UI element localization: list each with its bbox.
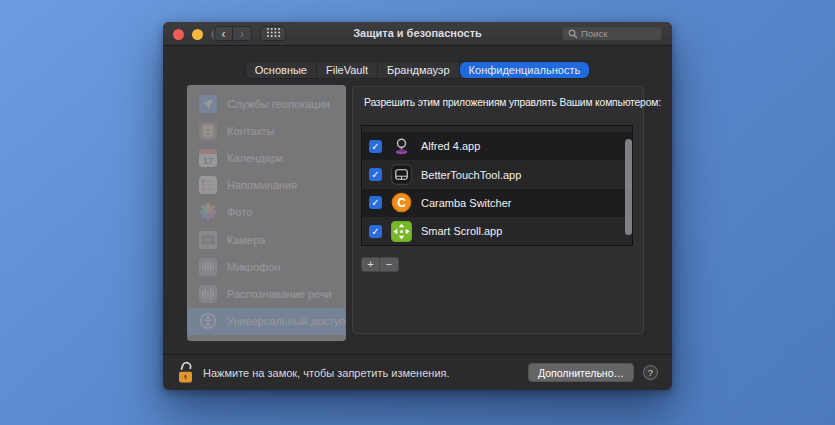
desktop-background: ‹ › Защита и безопасность xyxy=(0,0,835,425)
sidebar-item-label: Службы геолокации xyxy=(227,98,330,110)
sidebar-item-location-services[interactable]: Службы геолокации xyxy=(188,90,345,117)
sidebar-item-calendar[interactable]: 17Календари xyxy=(188,144,345,171)
add-remove-controls: + − xyxy=(361,257,399,272)
sidebar-item-label: Контакты xyxy=(227,125,275,137)
search-input[interactable]: Поиск xyxy=(562,26,662,41)
security-preferences-window: ‹ › Защита и безопасность xyxy=(163,22,672,390)
close-button[interactable] xyxy=(173,29,184,40)
app-checkbox-bettertouchtool[interactable]: ✓ xyxy=(369,168,382,181)
sidebar-item-label: Напоминания xyxy=(227,179,297,191)
sidebar-item-speech-recognition[interactable]: Распознавание речи xyxy=(188,280,345,307)
sidebar-item-camera[interactable]: Камера xyxy=(188,226,345,253)
svg-text:17: 17 xyxy=(203,155,213,165)
sidebar-item-label: Универсальный доступ xyxy=(227,315,345,327)
footer-bar: Нажмите на замок, чтобы запретить измене… xyxy=(163,354,672,390)
list-scrollbar-thumb[interactable] xyxy=(625,139,632,235)
sidebar-item-accessibility[interactable]: Универсальный доступ xyxy=(188,308,345,335)
bettertouchtool-app-icon xyxy=(391,164,412,185)
sidebar-item-contacts[interactable]: Контакты xyxy=(188,117,345,144)
sidebar-item-microphone[interactable]: Микрофон xyxy=(188,253,345,280)
sidebar-item-photos[interactable]: Фото xyxy=(188,199,345,226)
contacts-icon xyxy=(199,122,217,140)
svg-text:C: C xyxy=(397,196,406,210)
app-row-alfred: ✓Alfred 4.app xyxy=(362,132,632,160)
sidebar-item-label: Микрофон xyxy=(227,261,281,273)
add-app-button[interactable]: + xyxy=(361,257,380,272)
allowed-apps-list: ✓Alfred 4.app✓BetterTouchTool.app✓CCaram… xyxy=(361,125,633,246)
sidebar-item-label: Фото xyxy=(227,206,252,218)
remove-app-button[interactable]: − xyxy=(380,257,399,272)
microphone-icon xyxy=(199,258,217,276)
grid-icon xyxy=(266,26,281,41)
app-checkbox-caramba-switcher[interactable]: ✓ xyxy=(369,196,382,209)
lock-hint-text: Нажмите на замок, чтобы запретить измене… xyxy=(203,367,450,379)
advanced-button[interactable]: Дополнительно… xyxy=(528,363,634,382)
search-icon xyxy=(568,25,578,43)
caramba-switcher-app-icon: C xyxy=(391,192,412,213)
search-placeholder: Поиск xyxy=(581,28,607,39)
privacy-category-list: Службы геолокацииКонтакты17КалендариНапо… xyxy=(187,85,346,341)
app-name-label: Alfred 4.app xyxy=(421,140,480,152)
sidebar-item-reminders[interactable]: Напоминания xyxy=(188,172,345,199)
alfred-app-icon xyxy=(391,136,412,157)
privacy-panel: Разрешить этим приложениям управлять Ваш… xyxy=(352,86,644,334)
back-button[interactable]: ‹ xyxy=(214,26,233,41)
forward-button: › xyxy=(233,26,252,41)
show-all-button[interactable] xyxy=(260,26,286,41)
tab-Брандмауэр[interactable]: Брандмауэр xyxy=(378,62,460,78)
app-row-caramba-switcher: ✓CCaramba Switcher xyxy=(362,189,632,217)
speech-recognition-icon xyxy=(199,285,217,303)
app-row-smart-scroll: ✓Smart Scroll.app xyxy=(362,217,632,245)
reminders-icon xyxy=(199,176,217,194)
app-name-label: BetterTouchTool.app xyxy=(421,169,521,181)
tab-bar: ОсновныеFileVaultБрандмауэрКонфиденциаль… xyxy=(163,61,672,79)
nav-buttons: ‹ › xyxy=(214,26,252,41)
tab-FileVault[interactable]: FileVault xyxy=(317,62,378,78)
app-name-label: Smart Scroll.app xyxy=(421,225,502,237)
photos-icon xyxy=(199,203,217,221)
location-services-icon xyxy=(199,95,217,113)
app-row-bettertouchtool: ✓BetterTouchTool.app xyxy=(362,160,632,188)
minimize-button[interactable] xyxy=(192,29,203,40)
titlebar[interactable]: ‹ › Защита и безопасность xyxy=(163,22,672,46)
camera-icon xyxy=(199,231,217,249)
app-checkbox-smart-scroll[interactable]: ✓ xyxy=(369,225,382,238)
calendar-icon: 17 xyxy=(199,149,217,167)
panel-header-text: Разрешить этим приложениям управлять Ваш… xyxy=(364,97,661,108)
tab-Основные[interactable]: Основные xyxy=(246,62,317,78)
app-name-label: Caramba Switcher xyxy=(421,197,511,209)
smart-scroll-app-icon xyxy=(391,221,412,242)
app-checkbox-alfred[interactable]: ✓ xyxy=(369,140,382,153)
sidebar-item-label: Камера xyxy=(227,234,265,246)
tab-Конфиденциальность[interactable]: Конфиденциальность xyxy=(460,62,590,78)
sidebar-item-label: Распознавание речи xyxy=(227,288,332,300)
unlocked-padlock-icon[interactable] xyxy=(177,360,194,386)
accessibility-icon xyxy=(199,312,217,330)
sidebar-item-label: Календари xyxy=(227,152,283,164)
help-button[interactable]: ? xyxy=(643,365,658,380)
